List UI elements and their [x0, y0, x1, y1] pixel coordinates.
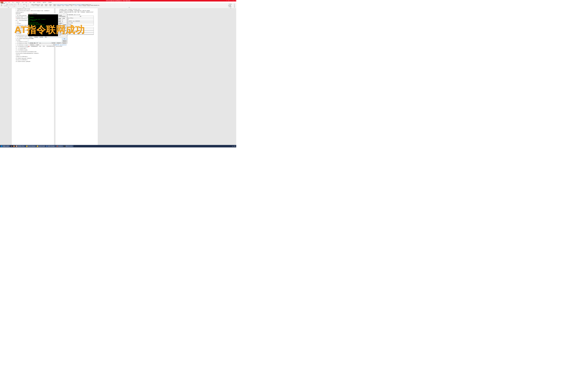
- strike-icon[interactable]: abe: [5, 5, 7, 7]
- numbering-icon[interactable]: ⋮≡: [19, 4, 21, 5]
- enclose-icon[interactable]: ㊥: [15, 5, 16, 7]
- font-name-combo[interactable]: Calibri (西文): [1, 4, 6, 5]
- line-spacing-icon[interactable]: ↕: [24, 5, 26, 7]
- style-item[interactable]: AaBbCcDd不明显强调: [57, 4, 61, 7]
- style-item[interactable]: AaBbCcDd明显引用: [78, 4, 82, 7]
- stop-send-button[interactable]: 停止发送: [62, 42, 67, 44]
- clear-send-button[interactable]: 清除发送: [62, 40, 67, 42]
- clear-recv-button[interactable]: 清除接收: [63, 27, 67, 30]
- close-port-button[interactable]: 关闭串口: [63, 24, 67, 27]
- tab-single-send[interactable]: 单条发送: [28, 36, 34, 38]
- show-marks-icon[interactable]: ¶: [27, 4, 29, 5]
- stop-select[interactable]: 1: [62, 19, 67, 21]
- taskbar-item[interactable]: 🌐Wifi模块--esp826...: [0, 145, 10, 147]
- taskbar-item[interactable]: 📄ESP8266_AT指令...: [16, 145, 26, 147]
- help-icon[interactable]: ?: [227, 0, 227, 1]
- tab-multi-send[interactable]: 多条发送: [33, 36, 39, 38]
- hex-send-checkbox[interactable]: [29, 44, 29, 45]
- send-newline-checkbox[interactable]: [35, 44, 35, 45]
- underline-icon[interactable]: U: [4, 5, 5, 7]
- system-tray[interactable]: ˄ 英 1 202: [231, 146, 236, 147]
- sort-icon[interactable]: A↓: [26, 4, 27, 5]
- taskbar-item[interactable]: 📁02 软件-串口助手: [36, 145, 45, 147]
- save-window-button[interactable]: 保存窗口: [59, 27, 62, 30]
- style-item[interactable]: AaBbC标题 2: [44, 4, 48, 7]
- rts-checkbox[interactable]: [59, 33, 59, 33]
- period-input[interactable]: [36, 42, 39, 43]
- font-color-icon[interactable]: A: [13, 5, 15, 7]
- send-file-button[interactable]: 发送文件: [56, 42, 61, 44]
- maximize-icon[interactable]: ☐: [233, 0, 233, 1]
- phonetic-icon[interactable]: 字: [14, 4, 15, 5]
- align-left-icon[interactable]: ≡: [18, 5, 19, 7]
- tab-help[interactable]: 帮助: [44, 36, 47, 38]
- shrink-font-icon[interactable]: A↓: [10, 4, 11, 5]
- find-button[interactable]: 🔍 查找 ▾: [228, 4, 233, 5]
- italic-icon[interactable]: I: [2, 5, 4, 7]
- file-tab[interactable]: 文件: [0, 2, 3, 3]
- style-item[interactable]: AaBbC标题: [48, 4, 52, 7]
- terminal-output[interactable]: AT OK AT+CWMODE=1 OK AT+CWJAP="ChinaNet-…: [28, 14, 58, 36]
- record-icon[interactable]: [29, 46, 29, 47]
- style-item[interactable]: AaBbCcDd明显强调: [65, 4, 69, 7]
- port-select[interactable]: COM6:USB-SERIAL: [59, 16, 67, 17]
- align-justify-icon[interactable]: ≡: [23, 5, 24, 7]
- site-link[interactable]: www.openedv.com: [60, 44, 67, 46]
- tab-review[interactable]: 审阅: [28, 1, 32, 3]
- borders-icon[interactable]: ▢: [27, 5, 29, 7]
- taskbar-item[interactable]: CAJ: [13, 145, 15, 147]
- tab-mailings[interactable]: 邮件: [25, 1, 28, 3]
- highlight-icon[interactable]: 🖍: [12, 5, 13, 7]
- style-item[interactable]: AaBbCcDi: [91, 4, 95, 7]
- dtr-checkbox[interactable]: [61, 33, 62, 33]
- parity-select[interactable]: 无: [62, 23, 67, 24]
- send-textarea[interactable]: [28, 38, 62, 42]
- open-file-button[interactable]: 打开文件: [51, 42, 56, 44]
- style-item[interactable]: AaBt标题 1: [40, 4, 44, 7]
- style-item[interactable]: AaBbCcDd明显参考: [86, 4, 91, 7]
- baud-select[interactable]: 115200: [62, 18, 67, 19]
- xcom-maximize-icon[interactable]: ☐: [64, 13, 64, 14]
- style-item[interactable]: AaBbCcDd要点: [69, 4, 74, 7]
- xcom-minimize-icon[interactable]: —: [61, 13, 62, 14]
- select-button[interactable]: ▭ 选择 ▾: [228, 6, 233, 8]
- send-button[interactable]: 发送: [62, 38, 67, 40]
- align-right-icon[interactable]: ≡: [21, 5, 22, 7]
- shading-icon[interactable]: ▦: [26, 5, 27, 7]
- style-item[interactable]: AaBbC副标题: [52, 4, 57, 7]
- bullets-icon[interactable]: ≣: [18, 4, 19, 5]
- style-item[interactable]: AaBbCcDd↓正文: [32, 4, 35, 7]
- xcom-close-icon[interactable]: ✕: [66, 13, 66, 14]
- tab-protocol[interactable]: 协议传输: [39, 36, 44, 38]
- timed-send-checkbox[interactable]: [29, 43, 29, 43]
- font-size-combo[interactable]: 五号: [6, 4, 8, 5]
- bold-icon[interactable]: B: [1, 5, 2, 7]
- indent-dec-icon[interactable]: ◀: [23, 4, 24, 5]
- dropdown-icon[interactable]: ▾: [30, 46, 30, 47]
- tab-layout[interactable]: 页面布局: [15, 1, 21, 3]
- style-item[interactable]: AaBbCcDd强调: [61, 4, 65, 7]
- tab-design[interactable]: 设计: [11, 1, 15, 3]
- ribbon-opts-icon[interactable]: ⊡: [228, 0, 229, 1]
- indent-inc-icon[interactable]: ▶: [24, 4, 26, 5]
- change-case-icon[interactable]: Aa: [11, 4, 12, 5]
- taskbar-item[interactable]: ATKXCOM V2.0: [56, 145, 63, 147]
- taskbar-item[interactable]: 📁AT指令接入网络成功: [26, 145, 36, 147]
- style-item[interactable]: AaBbCcDd不明显参考: [82, 4, 86, 7]
- text-effects-icon[interactable]: A: [10, 5, 12, 7]
- taskbar-item[interactable]: W2023年1月5日魏小...: [46, 145, 56, 147]
- minimize-icon[interactable]: —: [231, 0, 231, 1]
- tab-view[interactable]: 视图: [32, 1, 36, 3]
- subscript-icon[interactable]: x₂: [7, 5, 9, 7]
- border-char-icon[interactable]: A: [15, 4, 16, 5]
- timestamp-checkbox[interactable]: [59, 34, 59, 35]
- style-item[interactable]: AaBbCcDd引用: [74, 4, 78, 7]
- tab-youdao[interactable]: 有道翻译: [47, 1, 53, 3]
- multilevel-icon[interactable]: ⋯: [21, 4, 22, 5]
- replace-button[interactable]: ab 替换: [228, 5, 233, 6]
- styles-gallery[interactable]: AaBbCcDd↓正文AaBbCcDd↓无间隔AaBt标题 1AaBbC标题 2…: [32, 4, 227, 7]
- tab-references[interactable]: 引用: [21, 1, 25, 3]
- taskbar-item[interactable]: 🦊: [10, 145, 13, 147]
- taskbar-item[interactable]: ⚫OBS 27.2.4 (64-bi...: [63, 145, 73, 147]
- tab-special[interactable]: 特色功能: [36, 1, 42, 3]
